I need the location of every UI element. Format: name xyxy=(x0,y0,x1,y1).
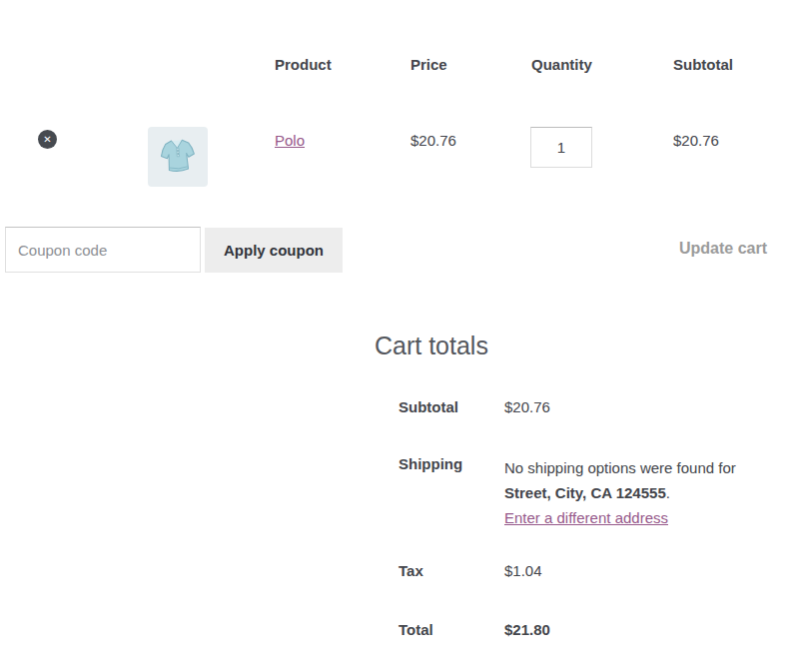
product-thumbnail[interactable] xyxy=(148,127,208,187)
shipping-value: No shipping options were found for Stree… xyxy=(504,455,756,530)
coupon-code-input[interactable] xyxy=(5,227,201,273)
shipping-row: Shipping No shipping options were found … xyxy=(375,455,794,530)
quantity-input[interactable] xyxy=(530,127,592,168)
product-name-link[interactable]: Polo xyxy=(275,132,305,149)
polo-shirt-image xyxy=(155,131,201,184)
tax-row: Tax $1.04 xyxy=(375,562,794,579)
enter-different-address-link[interactable]: Enter a different address xyxy=(504,509,668,526)
cart-totals-title: Cart totals xyxy=(375,331,794,361)
shipping-label: Shipping xyxy=(399,455,504,472)
column-header-price: Price xyxy=(410,56,447,73)
total-row: Total $21.80 xyxy=(375,621,794,638)
subtotal-value: $20.76 xyxy=(504,398,756,415)
column-header-product: Product xyxy=(275,56,332,73)
item-price: $20.76 xyxy=(410,132,456,149)
shipping-message: No shipping options were found for xyxy=(504,459,736,476)
item-subtotal: $20.76 xyxy=(673,132,719,149)
update-cart-button[interactable]: Update cart xyxy=(679,240,767,258)
column-header-subtotal: Subtotal xyxy=(673,56,733,73)
subtotal-row: Subtotal $20.76 xyxy=(375,398,794,415)
subtotal-label: Subtotal xyxy=(399,398,504,415)
shipping-address: Street, City, CA 124555 xyxy=(504,484,666,501)
tax-value: $1.04 xyxy=(504,562,756,579)
remove-item-icon[interactable]: ✕ xyxy=(38,130,57,149)
tax-label: Tax xyxy=(399,562,504,579)
total-label: Total xyxy=(399,621,504,638)
cart-totals-section: Cart totals Subtotal $20.76 Shipping No … xyxy=(375,331,794,638)
column-header-quantity: Quantity xyxy=(531,56,592,73)
total-value: $21.80 xyxy=(504,621,756,638)
shipping-address-period: . xyxy=(666,484,670,501)
apply-coupon-button[interactable]: Apply coupon xyxy=(205,228,343,273)
table-row: ✕ xyxy=(38,130,57,149)
